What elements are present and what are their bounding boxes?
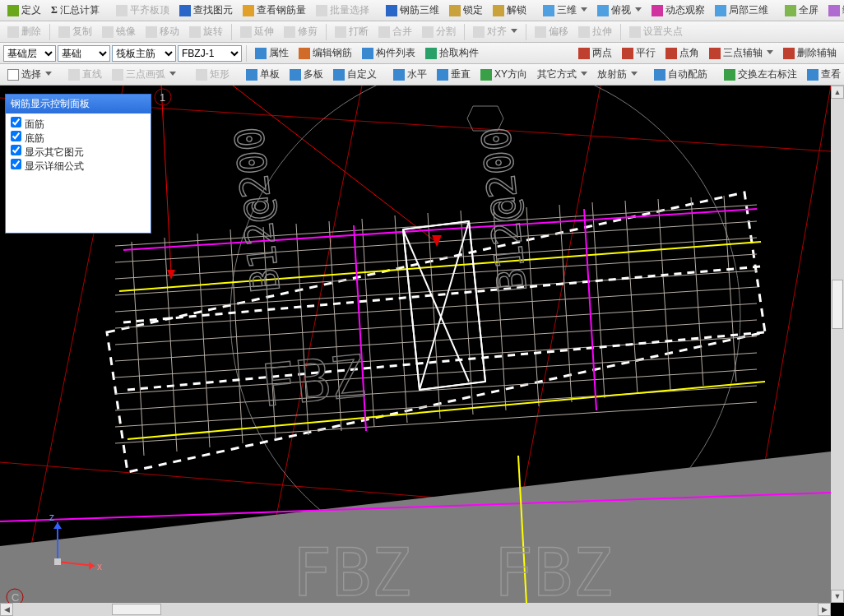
set-grip-button[interactable]: 设置夹点 [625,22,687,41]
svg-line-26 [115,402,757,443]
properties-button[interactable]: 属性 [251,44,293,63]
parallel-button[interactable]: 平行 [618,44,660,63]
subcategory-select[interactable]: 筏板主筋 [112,45,176,62]
panel-item-show-other[interactable]: 显示其它图元 [11,145,146,159]
single-board-button[interactable]: 单板 [242,65,284,84]
rect-icon [196,69,207,81]
cad-text-fbz-3: FBZ [494,535,613,603]
scroll-right-button[interactable]: ▶ [818,603,831,616]
three-point-aux-button[interactable]: 三点辅轴 [705,44,777,63]
other-methods-button[interactable]: 其它方式 [533,65,591,84]
checkbox-top-rebar[interactable] [11,117,21,127]
zoom-icon [828,5,840,16]
split-button[interactable]: 分割 [418,22,460,41]
scroll-left-button[interactable]: ◀ [0,603,13,616]
top-view-button[interactable]: 俯视 [593,1,646,20]
vscroll-thumb[interactable] [832,280,843,329]
panel-item-top-rebar[interactable]: 面筋 [11,117,146,131]
rotate-button[interactable]: 旋转 [185,22,227,41]
arc-icon [112,69,123,81]
svg-line-43 [658,199,670,390]
svg-marker-10 [0,452,831,603]
mirror-button[interactable]: 镜像 [98,22,140,41]
scroll-up-button[interactable]: ▲ [831,86,844,99]
edit-rebar-button[interactable]: 编辑钢筋 [294,44,356,63]
vertical-button[interactable]: 垂直 [433,65,475,84]
offset-button[interactable]: 偏移 [531,22,573,41]
multi-board-button[interactable]: 多板 [285,65,327,84]
checkbox-show-formula[interactable] [11,159,21,169]
local-3d-button[interactable]: 局部三维 [711,1,772,20]
view-rebar-qty-button[interactable]: 查看钢筋量 [239,1,310,20]
line-button[interactable]: 直线 [64,65,106,84]
move-button[interactable]: 移动 [141,22,183,41]
category-select[interactable]: 基础 [58,45,110,62]
unlock-button[interactable]: 解锁 [489,1,531,20]
chevron-down-icon [581,7,587,14]
checkbox-bottom-rebar[interactable] [11,131,21,141]
break-button[interactable]: 打断 [331,22,373,41]
stretch-button[interactable]: 拉伸 [574,22,616,41]
arc3pt-button[interactable]: 三点画弧 [108,65,180,84]
panel-item-bottom-rebar[interactable]: 底筋 [11,131,146,145]
delete-aux-button[interactable]: 删除辅轴 [779,44,841,63]
checkbox-show-other[interactable] [11,145,21,155]
view-button[interactable]: 查看 [803,65,844,84]
two-point-button[interactable]: 两点 [574,44,616,63]
svg-line-27 [132,242,144,456]
floor-select[interactable]: 基础层 [3,45,56,62]
chevron-down-icon [635,7,642,14]
radial-rebar-button[interactable]: 放射筋 [593,65,642,84]
merge-button[interactable]: 合并 [374,22,416,41]
svg-line-47 [128,332,765,390]
sumcalc-button[interactable]: Σ汇总计算 [47,1,104,20]
batch-select-button[interactable]: 批量选择 [312,1,373,20]
copy-button[interactable]: 复制 [54,22,96,41]
dynamic-view-button[interactable]: 动态观察 [647,1,709,20]
tool-placeholder [182,72,190,77]
find-element-button[interactable]: 查找图元 [175,1,237,20]
panel-item-show-formula[interactable]: 显示详细公式 [11,159,146,173]
cad-text-spec-2: B12@200 [472,125,536,295]
rebar-display-panel[interactable]: 钢筋显示控制面板 面筋 底筋 显示其它图元 显示详细公式 [5,94,151,234]
select-button[interactable]: 选择 [3,65,56,84]
cube-icon [543,5,554,16]
cad-text-fbz-1: FBZ [257,342,368,420]
rect-button[interactable]: 矩形 [192,65,234,84]
trim-button[interactable]: 修剪 [280,22,322,41]
unlock-icon [493,5,504,16]
rebar-3d-button[interactable]: 钢筋三维 [382,1,443,20]
zoom-button[interactable]: 缩放 [824,1,844,20]
swap-annotation-button[interactable]: 交换左右标注 [720,65,801,84]
item-select[interactable]: FBZJ-1 [178,45,242,62]
horizontal-scrollbar[interactable]: ◀ ▶ [0,603,831,616]
align-slab-top-button[interactable]: 平齐板顶 [112,1,174,20]
vertical-scrollbar[interactable]: ▲ ▼ [831,86,844,603]
hscroll-thumb[interactable] [112,604,161,615]
pick-component-button[interactable]: 拾取构件 [421,44,483,63]
scroll-down-button[interactable]: ▼ [831,590,844,603]
move-icon [146,26,157,38]
xy-direction-button[interactable]: XY方向 [476,65,531,84]
auto-rebar-button[interactable]: 自动配筋 [650,65,712,84]
svg-line-29 [197,234,210,447]
fullscreen-button[interactable]: 全屏 [781,1,823,20]
extend-button[interactable]: 延伸 [236,22,278,41]
properties-icon [255,48,267,59]
custom-button[interactable]: 自定义 [329,65,381,84]
cursor-icon [7,69,19,81]
picker-icon [425,48,437,59]
three-d-button[interactable]: 三维 [539,1,591,20]
copy-icon [58,26,70,38]
align-button[interactable]: 对齐 [469,22,522,41]
define-button[interactable]: 定义 [3,1,45,20]
lock-button[interactable]: 锁定 [445,1,487,20]
orbit-icon [652,5,663,16]
horizontal-button[interactable]: 水平 [389,65,431,84]
delete-button[interactable]: 删除 [3,22,45,41]
point-angle-button[interactable]: 点角 [661,44,703,63]
svg-line-49 [128,382,765,439]
component-list-button[interactable]: 构件列表 [358,44,420,63]
cad-text-fbz-2: FBZ [292,535,411,603]
line-icon [68,69,80,81]
